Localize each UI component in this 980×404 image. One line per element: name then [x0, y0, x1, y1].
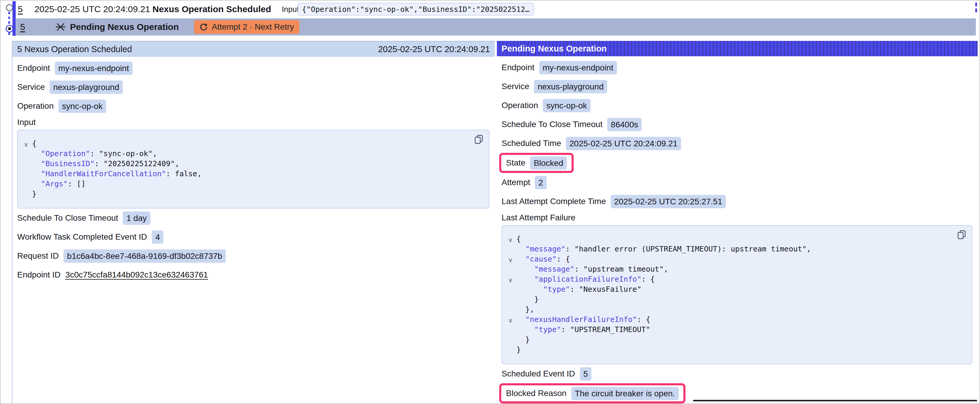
last-attempt-failure-section-label: Last Attempt Failure	[501, 211, 974, 224]
field-label: Operation	[17, 101, 54, 111]
input-json-code: ∨{ "Operation": "sync-op-ok", "BusinessI…	[20, 139, 483, 199]
pending-operation-panel-body: Endpoint my-nexus-endpoint Service nexus…	[497, 56, 978, 403]
field-label: Operation	[501, 101, 538, 110]
event-input-label: Input	[282, 5, 299, 14]
event-timestamp: 2025-02-25 UTC 20:24:09.21	[34, 4, 150, 14]
field-row-workflow-task-completed-event-id: Workflow Task Completed Event ID 4	[17, 228, 491, 246]
copy-button[interactable]	[957, 230, 966, 239]
scrollbar-thumb[interactable]	[975, 8, 977, 13]
field-row-attempt: Attempt 2	[501, 173, 974, 192]
pending-operation-panel-title: Pending Nexus Operation	[501, 44, 607, 54]
state-value-chip: Blocked	[530, 156, 567, 170]
field-value-chip: nexus-playground	[49, 81, 123, 94]
field-row-schedule-to-close-timeout: Schedule To Close Timeout 86400s	[501, 115, 974, 134]
field-row-request-id: Request ID b1c6a4bc-8ee7-468a-9169-df3b0…	[17, 246, 491, 265]
event-row-pending[interactable]: 5 Pending Nexus Operation Attempt 2 · Ne…	[16, 18, 976, 36]
field-label: State	[506, 158, 525, 168]
field-row-service: Service nexus-playground	[501, 77, 974, 96]
field-value-chip: 2025-02-25 UTC 20:25:27.51	[611, 195, 726, 208]
workflow-event-history-screen: 5 2025-02-25 UTC 20:24:09.21 Nexus Opera…	[0, 0, 980, 404]
event-detail-panel-header: 5 Nexus Operation Scheduled 2025-02-25 U…	[13, 41, 495, 57]
field-value-chip: 2025-02-25 UTC 20:24:09.21	[566, 137, 681, 150]
pending-operation-panel: Pending Nexus Operation Endpoint my-nexu…	[497, 41, 978, 404]
field-value-chip: 4	[152, 230, 164, 244]
event-detail-panel: 5 Nexus Operation Scheduled 2025-02-25 U…	[12, 41, 495, 404]
field-label: Service	[17, 82, 45, 92]
field-value-chip: sync-op-ok	[59, 100, 106, 113]
field-label: Endpoint ID	[17, 270, 60, 280]
input-section-label: Input	[17, 116, 491, 128]
field-value-chip: sync-op-ok	[543, 99, 590, 112]
blocked-reason-value-chip: The circuit breaker is open.	[571, 387, 679, 400]
field-value-chip: 86400s	[607, 118, 641, 131]
field-row-schedule-to-close-timeout: Schedule To Close Timeout 1 day	[17, 209, 491, 228]
pending-event-title: Pending Nexus Operation	[70, 22, 179, 32]
field-row-operation: Operation sync-op-ok	[501, 96, 974, 115]
pending-event-id-link[interactable]: 5	[20, 22, 25, 32]
field-value-chip: nexus-playground	[534, 80, 607, 93]
panel-bottom-border	[693, 400, 977, 401]
field-label: Blocked Reason	[506, 388, 566, 398]
refresh-icon	[199, 22, 208, 32]
field-row-endpoint: Endpoint my-nexus-endpoint	[501, 58, 974, 77]
field-row-service: Service nexus-playground	[17, 78, 491, 97]
event-row-scheduled[interactable]: 5 2025-02-25 UTC 20:24:09.21 Nexus Opera…	[1, 1, 979, 18]
pending-operation-panel-header: Pending Nexus Operation	[497, 41, 978, 56]
blocked-reason-highlight-box: Blocked Reason The circuit breaker is op…	[499, 383, 686, 403]
field-row-endpoint-id: Endpoint ID 3c0c75ccfa8144b092c13ce63246…	[17, 265, 491, 284]
retry-status-badge: Attempt 2 · Next Retry	[194, 20, 299, 34]
field-row-scheduled-time: Scheduled Time 2025-02-25 UTC 20:24:09.2…	[501, 134, 974, 153]
field-label: Workflow Task Completed Event ID	[17, 232, 147, 242]
copy-icon	[957, 230, 966, 239]
field-row-operation: Operation sync-op-ok	[17, 97, 491, 116]
field-value-chip: 5	[580, 367, 592, 380]
field-label: Service	[501, 82, 529, 91]
field-label: Endpoint	[501, 63, 535, 72]
field-label: Request ID	[17, 251, 59, 261]
event-id-link[interactable]: 5	[18, 4, 23, 14]
field-value-chip: b1c6a4bc-8ee7-468a-9169-df3b02c8737b	[64, 249, 226, 263]
event-input-preview-chip[interactable]: {"Operation":"sync-op-ok","BusinessID":"…	[298, 3, 534, 16]
scrollbar-thumb[interactable]	[975, 2, 977, 6]
event-detail-panel-body: Endpoint my-nexus-endpoint Service nexus…	[13, 57, 495, 284]
field-label: Scheduled Time	[501, 139, 561, 148]
copy-icon	[474, 135, 484, 144]
state-highlight-box: State Blocked	[499, 153, 574, 173]
pending-asterisk-icon	[55, 22, 66, 32]
field-value-chip: 2	[535, 176, 547, 189]
field-value-chip: my-nexus-endpoint	[55, 62, 133, 75]
input-json-block: ∨{ "Operation": "sync-op-ok", "BusinessI…	[17, 130, 489, 209]
field-label: Endpoint	[17, 63, 50, 73]
state-highlight-row: State Blocked	[501, 153, 974, 173]
field-label: Schedule To Close Timeout	[501, 120, 602, 129]
field-label: Scheduled Event ID	[501, 369, 575, 379]
retry-badge-label: Attempt 2 · Next Retry	[212, 22, 294, 32]
field-value-chip: 1 day	[123, 211, 150, 225]
field-value-chip: my-nexus-endpoint	[539, 61, 617, 74]
field-label: Attempt	[501, 178, 530, 187]
event-marker-dot-core	[8, 27, 11, 30]
event-title: Nexus Operation Scheduled	[153, 4, 271, 14]
timeline-dashed-connector-below	[8, 33, 10, 36]
event-detail-panel-timestamp: 2025-02-25 UTC 20:24:09.21	[378, 44, 490, 54]
endpoint-id-link[interactable]: 3c0c75ccfa8144b092c13ce632463761	[65, 270, 208, 280]
failure-json-code: ∨{ "message": "handler error (UPSTREAM_T…	[504, 234, 966, 355]
failure-json-block: ∨{ "message": "handler error (UPSTREAM_T…	[501, 225, 972, 364]
field-label: Schedule To Close Timeout	[17, 213, 118, 223]
copy-button[interactable]	[474, 135, 484, 144]
event-detail-panel-title: 5 Nexus Operation Scheduled	[17, 44, 132, 54]
field-label: Last Attempt Complete Time	[501, 196, 606, 206]
field-row-scheduled-event-id: Scheduled Event ID 5	[501, 364, 974, 383]
field-row-last-attempt-complete-time: Last Attempt Complete Time 2025-02-25 UT…	[501, 192, 974, 211]
field-row-endpoint: Endpoint my-nexus-endpoint	[17, 59, 491, 78]
